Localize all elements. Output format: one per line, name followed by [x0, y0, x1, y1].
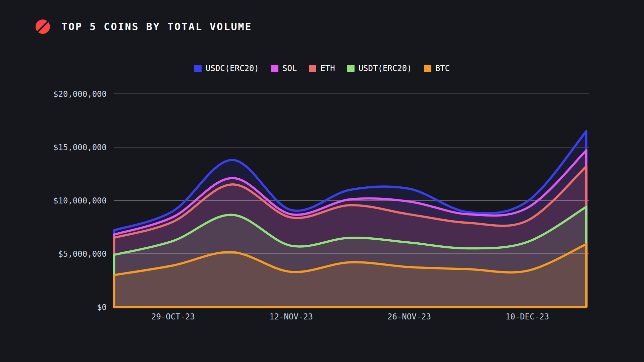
y-axis-tick-label: $5,000,000 — [58, 249, 107, 259]
y-axis-tick-label: $20,000,000 — [53, 89, 107, 99]
x-axis-tick-label: 12-NOV-23 — [269, 312, 313, 321]
x-axis-tick-label: 29-OCT-23 — [151, 312, 195, 321]
y-axis-tick-label: $0 — [97, 303, 107, 312]
x-axis-tick-label: 26-NOV-23 — [387, 312, 431, 321]
x-axis-tick-label: 10-DEC-23 — [505, 312, 549, 321]
y-axis-tick-label: $15,000,000 — [53, 143, 107, 152]
chart-svg: $0$5,000,000$10,000,000$15,000,000$20,00… — [0, 0, 644, 362]
y-axis-tick-label: $10,000,000 — [53, 196, 107, 205]
dashboard-canvas: { "header": { "logo": "coin-logo", "titl… — [0, 0, 644, 362]
